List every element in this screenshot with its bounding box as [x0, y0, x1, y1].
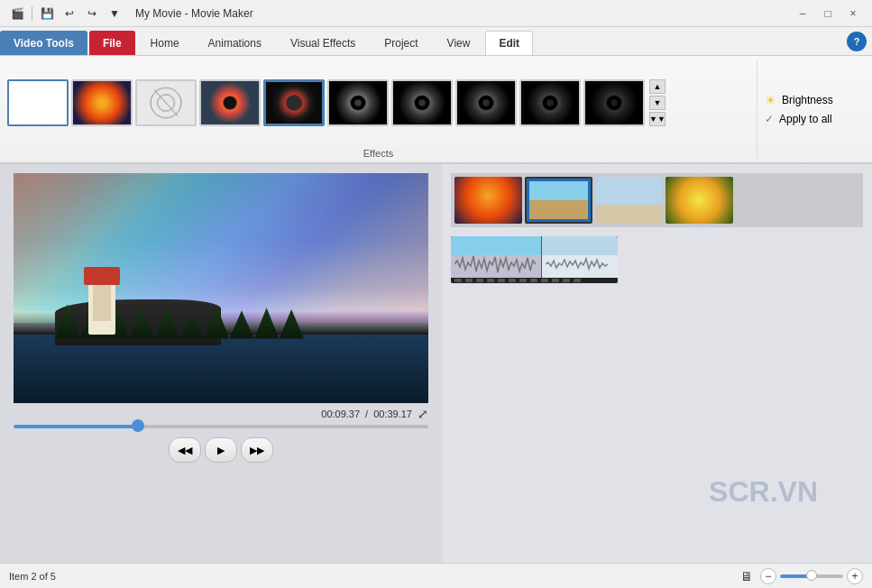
zoom-slider[interactable] [780, 574, 843, 578]
effects-container: ▲ ▼ ▼▼ Effects [7, 60, 749, 159]
status-right: 🖥 − + [740, 568, 863, 584]
thumbnail-flowers[interactable] [665, 177, 733, 224]
tab-view[interactable]: View [434, 31, 484, 55]
undo-button[interactable]: ↩ [60, 4, 79, 23]
status-bar: Item 2 of 5 🖥 − + [0, 563, 872, 588]
storyboard-panel: SCR.VN [442, 164, 872, 563]
effect-bw1[interactable] [327, 79, 389, 126]
time-display: 00:09.37 / 00:39.17 ⤢ [14, 407, 428, 421]
time-separator: / [365, 409, 368, 419]
tab-file[interactable]: File [89, 31, 135, 55]
quick-access-toolbar: 🎬 💾 ↩ ↪ ▼ [7, 4, 124, 23]
ribbon: ▲ ▼ ▼▼ Effects ☀ Brightness ✓ Apply to a… [0, 56, 872, 164]
effect-sketch[interactable] [135, 79, 197, 126]
app-icon: 🎬 [7, 4, 27, 23]
scroll-more-button[interactable]: ▼▼ [649, 112, 665, 126]
film-strip-row [451, 236, 863, 283]
window-title: My Movie - Movie Maker [135, 7, 253, 20]
brightness-row[interactable]: ☀ Brightness [765, 93, 858, 107]
save-button[interactable]: 💾 [37, 4, 57, 23]
tab-bar: Video Tools File Home Animations Visual … [0, 27, 872, 56]
film-strip[interactable] [451, 236, 618, 283]
apply-to-all-label: Apply to all [779, 113, 832, 125]
context-tab-video-tools[interactable]: Video Tools [0, 31, 87, 55]
film-segment-1 [451, 236, 541, 283]
window-controls: – □ × [791, 5, 865, 23]
thumbnail-jellyfish[interactable] [454, 177, 522, 224]
video-preview[interactable] [14, 173, 428, 403]
tab-visual-effects[interactable]: Visual Effects [277, 31, 369, 55]
scroll-up-button[interactable]: ▲ [649, 79, 665, 94]
minimize-button[interactable]: – [791, 5, 814, 23]
effect-bw2[interactable] [391, 79, 453, 126]
separator [32, 6, 32, 21]
zoom-in-button[interactable]: + [847, 568, 863, 584]
seek-bar[interactable] [14, 425, 428, 428]
effect-color1[interactable] [199, 79, 261, 126]
effect-color2[interactable] [263, 79, 325, 126]
effect-warm[interactable] [71, 79, 133, 126]
effect-none[interactable] [7, 79, 69, 126]
zoom-out-button[interactable]: − [760, 568, 776, 584]
tab-animations[interactable]: Animations [195, 31, 275, 55]
rewind-button[interactable]: ◀◀ [169, 437, 201, 463]
brightness-label: Brightness [782, 94, 833, 106]
thumbnail-penguins[interactable] [595, 177, 663, 224]
effect-bw3[interactable] [455, 79, 517, 126]
status-item-info: Item 2 of 5 [9, 571, 56, 582]
audio-waveform [454, 253, 536, 276]
effect-bw5[interactable] [583, 79, 645, 126]
lighthouse [88, 280, 115, 335]
thumbnail-beach[interactable] [525, 177, 592, 224]
brightness-panel: ☀ Brightness ✓ Apply to all [757, 60, 865, 159]
close-button[interactable]: × [841, 5, 865, 23]
time-current: 00:09.37 [321, 409, 360, 419]
time-total: 00:39.17 [373, 409, 412, 419]
help-button[interactable]: ? [847, 32, 867, 51]
seek-bar-container[interactable] [14, 425, 428, 428]
seek-thumb[interactable] [132, 419, 144, 432]
audio-waveform-2 [546, 253, 609, 276]
title-bar-left: 🎬 💾 ↩ ↪ ▼ My Movie - Movie Maker [7, 4, 253, 23]
rainbow-overlay [14, 173, 428, 323]
film-perfs-bottom [451, 278, 618, 283]
main-content: 00:09.37 / 00:39.17 ⤢ ◀◀ ▶ ▶▶ [0, 164, 872, 563]
watermark: SCR.VN [709, 475, 818, 509]
tab-edit[interactable]: Edit [485, 31, 533, 55]
zoom-thumb[interactable] [806, 570, 817, 581]
brightness-sun-icon: ☀ [765, 93, 776, 107]
monitor-icon[interactable]: 🖥 [740, 569, 753, 583]
tab-home[interactable]: Home [137, 31, 193, 55]
zoom-controls: − + [760, 568, 863, 584]
forward-button[interactable]: ▶▶ [241, 437, 273, 463]
title-bar: 🎬 💾 ↩ ↪ ▼ My Movie - Movie Maker – □ × [0, 0, 872, 27]
effects-grid: ▲ ▼ ▼▼ [7, 60, 749, 146]
effect-bw4[interactable] [519, 79, 581, 126]
play-button[interactable]: ▶ [205, 437, 237, 463]
film-segment-2 [541, 236, 618, 283]
playback-controls: ◀◀ ▶ ▶▶ [169, 437, 273, 463]
apply-to-all-row[interactable]: ✓ Apply to all [765, 113, 858, 125]
thumbnail-strip [451, 173, 863, 227]
tab-project[interactable]: Project [371, 31, 431, 55]
maximize-button[interactable]: □ [816, 5, 840, 23]
preview-scene [14, 173, 428, 403]
effects-label: Effects [7, 148, 749, 159]
apply-check-icon: ✓ [765, 113, 774, 125]
redo-button[interactable]: ↪ [82, 4, 102, 23]
expand-button[interactable]: ⤢ [418, 407, 428, 421]
effects-scroll: ▲ ▼ ▼▼ [649, 79, 665, 126]
quick-access-dropdown[interactable]: ▼ [105, 4, 124, 23]
preview-panel: 00:09.37 / 00:39.17 ⤢ ◀◀ ▶ ▶▶ [0, 164, 442, 563]
scroll-down-button[interactable]: ▼ [649, 96, 665, 110]
